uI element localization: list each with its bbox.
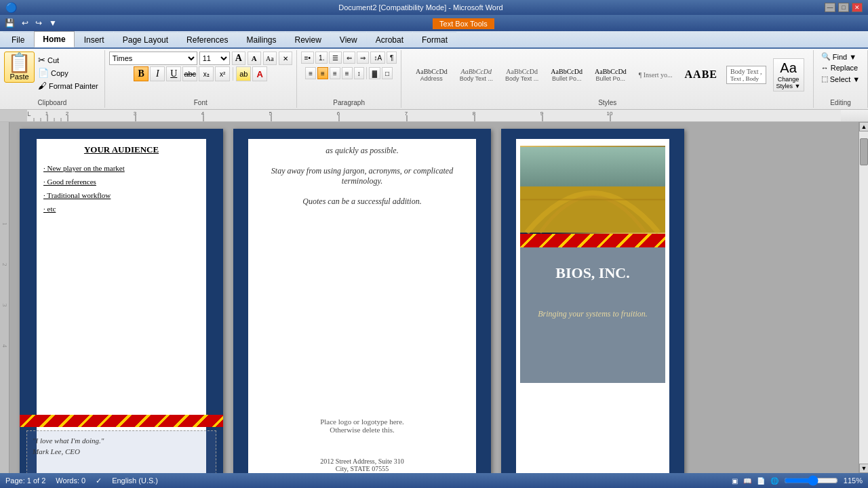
change-styles-button[interactable]: Aa ChangeStyles ▼ [773, 58, 804, 92]
scroll-track[interactable] [859, 131, 868, 464]
p1-content[interactable]: · New player on the market · Good refere… [20, 161, 223, 222]
view-web-button[interactable]: 🌐 [770, 477, 778, 485]
undo-qa-button[interactable]: ↩ [20, 17, 31, 29]
close-button[interactable]: ✕ [852, 3, 863, 12]
paste-button[interactable]: 📋 Paste [4, 52, 35, 83]
view-print-button[interactable]: 📄 [757, 477, 765, 485]
font-color-button[interactable]: A [252, 66, 267, 81]
font-name-select[interactable]: Times [109, 52, 197, 65]
tab-acrobat[interactable]: Acrobat [367, 32, 412, 47]
document-area: 1 2 3 4 YOUR AUDIENCE · New player on th… [0, 122, 868, 473]
format-painter-button[interactable]: 🖌 Format Painter [36, 80, 100, 92]
p1-bullet-1: · New player on the market [43, 164, 199, 172]
style-bullet-1[interactable]: AaBbCcDd Bullet Po... [546, 66, 587, 84]
page-3[interactable]: BIOS, INC. Bringing your systems to frui… [501, 129, 684, 473]
decrease-indent-button[interactable]: ⇐ [343, 52, 355, 64]
scroll-down-button[interactable]: ▼ [859, 464, 868, 473]
italic-button[interactable]: I [150, 66, 165, 81]
paragraph-group: ≡• 1. ☰ ⇐ ⇒ ↕A ¶ ≡ ≡ ≡ ≡ ↕ ▓ □ Paragraph [297, 50, 402, 108]
style-body-text-2[interactable]: AaBbCcDd Body Text ... [500, 66, 543, 84]
justify-button[interactable]: ≡ [342, 67, 353, 79]
cut-button[interactable]: ✂ Cut [36, 54, 100, 66]
bold-button[interactable]: B [134, 66, 149, 81]
shading-button[interactable]: ▓ [369, 67, 380, 79]
save-qa-button[interactable]: 💾 [3, 17, 17, 29]
align-center-button[interactable]: ≡ [317, 67, 328, 79]
style-address[interactable]: AaBbCcDd Address [411, 66, 452, 84]
svg-text:4: 4 [201, 110, 205, 117]
minimize-button[interactable]: — [825, 3, 835, 12]
increase-indent-button[interactable]: ⇒ [357, 52, 369, 64]
bullets-button[interactable]: ≡• [301, 52, 314, 64]
tab-format[interactable]: Format [413, 32, 456, 47]
borders-button[interactable]: □ [382, 67, 393, 79]
zoom-level: 115% [844, 476, 863, 485]
page-2[interactable]: as quickly as possible. Stay away from u… [233, 129, 491, 473]
page-info: Page: 1 of 2 [5, 476, 45, 485]
style-insert[interactable]: ¶ Insert yo... [634, 69, 677, 81]
highlight-button[interactable]: ab [236, 66, 251, 81]
redo-qa-button[interactable]: ↪ [33, 17, 44, 29]
select-button[interactable]: ⬚ Select ▼ [819, 74, 862, 84]
p2-content-area[interactable] [252, 214, 472, 417]
style-heading[interactable]: AABE [680, 66, 722, 83]
clear-format-button[interactable]: ✕ [279, 52, 292, 65]
align-right-button[interactable]: ≡ [330, 67, 340, 79]
p1-whitespace[interactable] [20, 222, 223, 411]
copy-button[interactable]: 📄 Copy [36, 67, 100, 79]
style-text-body[interactable]: Body Text , Text , Body [726, 66, 766, 84]
customize-qa-button[interactable]: ▼ [47, 17, 59, 29]
p3-red-stripe [520, 234, 665, 247]
clipboard-group: 📋 Paste ✂ Cut 📄 Copy 🖌 Format Painter Cl… [0, 50, 105, 108]
replace-button[interactable]: ↔ Replace [819, 63, 860, 73]
underline-button[interactable]: U [166, 66, 181, 81]
maximize-button[interactable]: □ [838, 3, 849, 12]
superscript-button[interactable]: x² [215, 66, 230, 81]
strikethrough-button[interactable]: abc [182, 66, 197, 81]
tab-references[interactable]: References [178, 32, 237, 47]
tab-insert[interactable]: Insert [75, 32, 113, 47]
language[interactable]: English (U.S.) [112, 476, 158, 485]
font-group: Times 11 A A Aa ✕ B I U abc x₂ x² ab A [105, 50, 297, 108]
font-size-select[interactable]: 11 [199, 52, 230, 65]
show-formatting-button[interactable]: ¶ [387, 52, 397, 64]
grow-font-button[interactable]: A [232, 52, 245, 65]
tab-mailings[interactable]: Mailings [237, 32, 285, 47]
subscript-button[interactable]: x₂ [199, 66, 214, 81]
scroll-up-button[interactable]: ▲ [859, 122, 868, 131]
view-reading-button[interactable]: 📖 [743, 477, 751, 485]
zoom-slider[interactable] [784, 476, 838, 485]
tab-view[interactable]: View [331, 32, 366, 47]
tab-file[interactable]: File [3, 32, 33, 47]
multilevel-button[interactable]: ☰ [329, 52, 342, 64]
page-1[interactable]: YOUR AUDIENCE · New player on the market… [20, 129, 223, 473]
sort-button[interactable]: ↕A [370, 52, 385, 64]
p1-bottom-stripe [20, 415, 223, 427]
view-normal-button[interactable]: ▣ [732, 477, 738, 485]
svg-text:8: 8 [473, 110, 476, 117]
pages-container[interactable]: YOUR AUDIENCE · New player on the market… [9, 122, 859, 473]
tab-page-layout[interactable]: Page Layout [114, 32, 177, 47]
p3-left-stripe [501, 129, 516, 473]
align-left-button[interactable]: ≡ [305, 67, 316, 79]
spell-check-icon[interactable]: ✓ [96, 476, 102, 485]
style-body-text-1[interactable]: AaBbCcDd Body Text ... [455, 66, 498, 84]
status-bar: Page: 1 of 2 Words: 0 ✓ English (U.S.) ▣… [0, 473, 868, 488]
find-button[interactable]: 🔍 Find ▼ [819, 52, 859, 62]
p1-header: YOUR AUDIENCE [20, 139, 223, 161]
svg-text:7: 7 [405, 110, 408, 117]
vertical-scrollbar[interactable]: ▲ ▼ [859, 122, 868, 473]
line-spacing-button[interactable]: ↕ [354, 67, 364, 79]
change-case-button[interactable]: Aa [263, 52, 277, 65]
p2-main-content[interactable]: as quickly as possible. Stay away from u… [252, 139, 472, 214]
style-bullet-2[interactable]: AaBbCcDd Bullet Po... [590, 66, 631, 84]
p3-right-stripe [669, 129, 684, 473]
p1-quote-box[interactable]: "I love what I'm doing." Mark Lee, CEO [26, 430, 216, 473]
tab-review[interactable]: Review [285, 32, 330, 47]
shrink-font-button[interactable]: A [248, 52, 261, 65]
tab-home[interactable]: Home [34, 31, 74, 47]
scroll-thumb[interactable] [860, 138, 868, 165]
editing-group: 🔍 Find ▼ ↔ Replace ⬚ Select ▼ Editing [814, 50, 868, 108]
numbering-button[interactable]: 1. [315, 52, 328, 64]
p2-logo-area[interactable]: Place logo or logotype here. Otherwise d… [252, 414, 472, 437]
